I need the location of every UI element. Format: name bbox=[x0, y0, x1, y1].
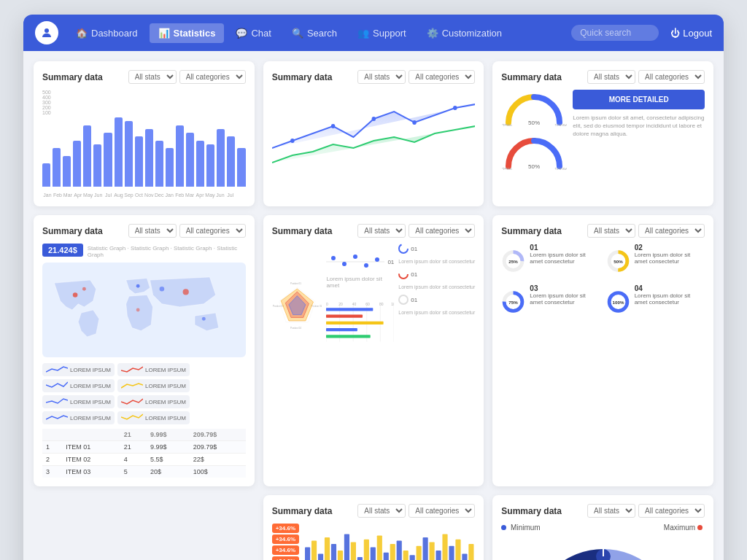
donut-chart-2: 50% bbox=[606, 244, 630, 279]
bar-12 bbox=[166, 148, 174, 187]
global-search-input[interactable] bbox=[571, 25, 659, 41]
svg-rect-68 bbox=[318, 554, 323, 560]
chart-icon: 📊 bbox=[158, 28, 170, 39]
nav-chat[interactable]: 💬 Chat bbox=[227, 23, 279, 43]
card-controls-bar2: All stats All categories bbox=[357, 504, 475, 518]
svg-point-52 bbox=[399, 244, 408, 253]
donut-card: Summary data All stats All categories 25… bbox=[492, 215, 713, 486]
card-header-meter: Summary data All stats All categories bbox=[501, 504, 705, 518]
gauge-description: Lorem ipsum dolor sit amet, consectetur … bbox=[573, 114, 705, 139]
bar-cat-select[interactable]: All categories bbox=[179, 70, 246, 84]
nav-statistics[interactable]: 📊 Statistics bbox=[150, 23, 225, 43]
search-icon-nav: 🔍 bbox=[292, 28, 303, 39]
bar-0 bbox=[42, 163, 50, 187]
logout-button[interactable]: ⏻ Logout bbox=[670, 28, 712, 39]
svg-rect-72 bbox=[344, 534, 349, 560]
line-cat-select[interactable]: All categories bbox=[409, 70, 475, 84]
bar-13 bbox=[176, 125, 184, 187]
bar-stat-select[interactable]: All stats bbox=[128, 70, 177, 84]
bar-17 bbox=[217, 129, 225, 187]
donut-item-4: 100% 04 Lorem ipsum dolor sit amet conse… bbox=[606, 284, 705, 319]
nav-customization[interactable]: ⚙️ Customization bbox=[418, 23, 511, 43]
home-icon: 🏠 bbox=[76, 28, 88, 39]
svg-rect-82 bbox=[410, 555, 415, 560]
svg-rect-77 bbox=[377, 535, 382, 560]
radar-card: Summary data All stats All categories Po… bbox=[263, 215, 484, 486]
badge-1: +34.6% bbox=[272, 524, 299, 533]
meter-legend: Minimum Maximum bbox=[501, 524, 705, 532]
bar-label-5: Jun bbox=[93, 192, 104, 198]
radar-stat-select[interactable]: All stats bbox=[357, 224, 406, 238]
bar-label-12: Jan bbox=[164, 192, 174, 198]
map-cat-select[interactable]: All categories bbox=[179, 224, 246, 238]
card-title-radar: Summary data bbox=[272, 226, 333, 236]
bar-label-16: May bbox=[205, 192, 215, 198]
svg-rect-83 bbox=[417, 546, 422, 560]
bar-label-9: Oct bbox=[133, 192, 144, 198]
svg-rect-80 bbox=[397, 541, 402, 560]
dual-bar-svg bbox=[305, 524, 475, 560]
nav-search[interactable]: 🔍 Search bbox=[283, 23, 346, 43]
badges-column: +34.6% +34.6% +34.6% +34.6% +34.6% +34.6… bbox=[272, 524, 299, 560]
svg-rect-41 bbox=[326, 308, 373, 311]
donut-stat-select[interactable]: All stats bbox=[587, 224, 635, 238]
bar2-stat-select[interactable]: All stats bbox=[357, 504, 406, 518]
line-stat-select[interactable]: All stats bbox=[357, 70, 406, 84]
svg-text:0: 0 bbox=[326, 302, 328, 306]
svg-point-5 bbox=[453, 106, 457, 110]
svg-rect-45 bbox=[326, 335, 371, 338]
card-controls-meter: All stats All categories bbox=[587, 504, 705, 518]
map-stat-select[interactable]: All stats bbox=[128, 224, 177, 238]
nav-support[interactable]: 👥 Support bbox=[349, 23, 415, 43]
card-title-line: Summary data bbox=[272, 72, 333, 82]
mini-stat-4: LOREM IPSUM bbox=[117, 379, 190, 392]
meter-cat-select[interactable]: All categories bbox=[638, 504, 705, 518]
radar-cat-select[interactable]: All categories bbox=[409, 224, 475, 238]
bar-3 bbox=[73, 141, 81, 187]
bar2-cat-select[interactable]: All categories bbox=[409, 504, 475, 518]
map-value: 21.424$ bbox=[42, 244, 83, 257]
table-row: 2ITEM 0245.5$22$ bbox=[42, 454, 246, 466]
svg-point-32 bbox=[353, 254, 357, 259]
bar-label-3: Apr bbox=[73, 192, 83, 198]
chat-icon: 💬 bbox=[236, 28, 247, 39]
card-title-gauge: Summary data bbox=[501, 72, 562, 82]
svg-rect-88 bbox=[449, 546, 454, 560]
bar-label-4: May bbox=[83, 192, 93, 198]
gauge-1-svg: 50% 25% 100% bbox=[501, 90, 567, 126]
card-title-bar: Summary data bbox=[42, 72, 103, 82]
min-dot bbox=[501, 525, 506, 530]
card-title-donut: Summary data bbox=[501, 226, 562, 236]
gauge-cat-select[interactable]: All categories bbox=[638, 70, 705, 84]
bar2-content: +34.6% +34.6% +34.6% +34.6% +34.6% +34.6… bbox=[272, 524, 476, 560]
svg-text:20: 20 bbox=[339, 302, 344, 306]
hbar-chart: 0 20 40 60 80 100 bbox=[326, 292, 394, 350]
card-controls-radar: All stats All categories bbox=[357, 224, 475, 238]
scatter-wrap: 01 Lorem ipsum dolor sit amet bbox=[326, 244, 394, 370]
nav-dashboard[interactable]: 🏠 Dashboard bbox=[67, 23, 147, 43]
svg-rect-75 bbox=[364, 540, 369, 560]
card-controls-gauge: All stats All categories bbox=[587, 70, 705, 84]
svg-point-12 bbox=[73, 292, 78, 298]
svg-text:100: 100 bbox=[392, 302, 395, 306]
main-grid: Summary data All stats All categories 50… bbox=[23, 51, 724, 560]
svg-text:80: 80 bbox=[379, 302, 384, 306]
badge-4: +34.6% bbox=[272, 556, 299, 560]
donut-cat-select[interactable]: All categories bbox=[638, 224, 705, 238]
table-header-row: 21 9.99$ 209.79$ bbox=[42, 429, 246, 441]
svg-text:25%: 25% bbox=[502, 167, 512, 170]
card-title-map: Summary data bbox=[42, 226, 103, 236]
donut-item-3: 75% 03 Lorem ipsum dolor sit amet consec… bbox=[501, 284, 600, 319]
app-logo bbox=[35, 21, 58, 44]
top-bar-chart-card: Summary data All stats All categories 50… bbox=[34, 61, 255, 206]
bar-label-1: Feb bbox=[53, 192, 63, 198]
gauge-stat-select[interactable]: All stats bbox=[587, 70, 635, 84]
meter-stat-select[interactable]: All stats bbox=[587, 504, 635, 518]
more-detailed-button[interactable]: MORE DETAILED bbox=[573, 90, 705, 109]
donut-item-1: 25% 01 Lorem ipsum dolor sit amet consec… bbox=[501, 244, 600, 279]
bar-8 bbox=[125, 121, 133, 187]
svg-point-2 bbox=[330, 124, 335, 128]
bar-label-11: Dec bbox=[154, 192, 164, 198]
bar2-card: Summary data All stats All categories +3… bbox=[263, 495, 484, 560]
card-header-line: Summary data All stats All categories bbox=[272, 70, 476, 84]
